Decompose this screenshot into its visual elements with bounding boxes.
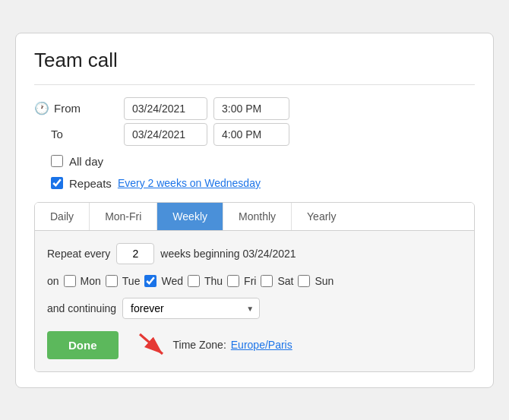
repeat-every-label: Repeat every [47,248,110,260]
repeat-every-row: Repeat every weeks beginning 03/24/2021 [47,243,462,264]
tab-yearly[interactable]: Yearly [292,203,351,230]
day-tue-checkbox[interactable] [106,275,118,287]
from-date-input[interactable] [124,97,207,120]
repeats-row: Repeats Every 2 weeks on Wednesday [34,177,475,190]
continuing-label: and continuing [47,302,116,314]
day-thu-checkbox[interactable] [188,275,200,287]
done-button[interactable]: Done [47,331,119,359]
tab-mon-fri[interactable]: Mon-Fri [90,203,157,230]
timezone-link[interactable]: Europe/Paris [231,339,292,351]
day-sat-label: Sat [277,275,293,287]
tab-weekly[interactable]: Weekly [157,203,223,230]
to-label: To [51,128,63,141]
day-sun-checkbox[interactable] [298,275,310,287]
day-wed-checkbox[interactable] [144,275,156,287]
repeats-label: Repeats [69,177,112,190]
tab-daily[interactable]: Daily [35,203,90,230]
to-date-input[interactable] [124,123,207,146]
repeats-checkbox[interactable] [51,177,63,189]
tabs-header: Daily Mon-Fri Weekly Monthly Yearly [35,203,474,231]
allday-checkbox[interactable] [51,155,63,167]
allday-row: All day [34,155,475,168]
tab-monthly[interactable]: Monthly [223,203,292,230]
tabs-body: Repeat every weeks beginning 03/24/2021 … [35,231,474,371]
continuing-row: and continuing forever until a date for … [47,298,462,319]
day-tue-label: Tue [122,275,141,287]
day-fri-label: Fri [244,275,256,287]
repeat-every-input[interactable] [116,243,154,264]
timezone-row: Time Zone: Europe/Paris [173,339,292,351]
event-title: Team call [34,49,475,85]
arrow-timezone: Time Zone: Europe/Paris [134,331,292,358]
day-sun-label: Sun [315,275,334,287]
allday-label: All day [69,155,103,168]
from-label: From [54,102,81,115]
svg-line-1 [140,334,163,354]
day-sat-checkbox[interactable] [261,275,273,287]
on-label: on [47,275,59,287]
on-days-row: on Mon Tue Wed Thu Fri Sat Sun [47,275,462,287]
forever-select[interactable]: forever until a date for a number of eve… [122,298,260,319]
from-row: 🕐 From [34,97,475,120]
day-thu-label: Thu [204,275,223,287]
main-card: Team call 🕐 From To All day Repeats Ever… [15,33,494,388]
from-time-input[interactable] [213,97,289,120]
day-mon-checkbox[interactable] [64,275,76,287]
red-arrow-icon [134,331,170,358]
to-time-input[interactable] [213,123,289,146]
day-mon-label: Mon [81,275,101,287]
bottom-row: Done Time Zone: Europe/Paris [47,331,462,359]
to-row: To [34,123,475,146]
repeat-tabs-container: Daily Mon-Fri Weekly Monthly Yearly Repe… [34,202,475,372]
forever-select-wrapper: forever until a date for a number of eve… [122,298,260,319]
clock-icon: 🕐 [34,101,49,115]
day-fri-checkbox[interactable] [227,275,239,287]
repeats-link[interactable]: Every 2 weeks on Wednesday [118,177,261,189]
day-wed-label: Wed [161,275,183,287]
timezone-label: Time Zone: [173,339,226,351]
weeks-label: weeks beginning 03/24/2021 [160,248,296,260]
